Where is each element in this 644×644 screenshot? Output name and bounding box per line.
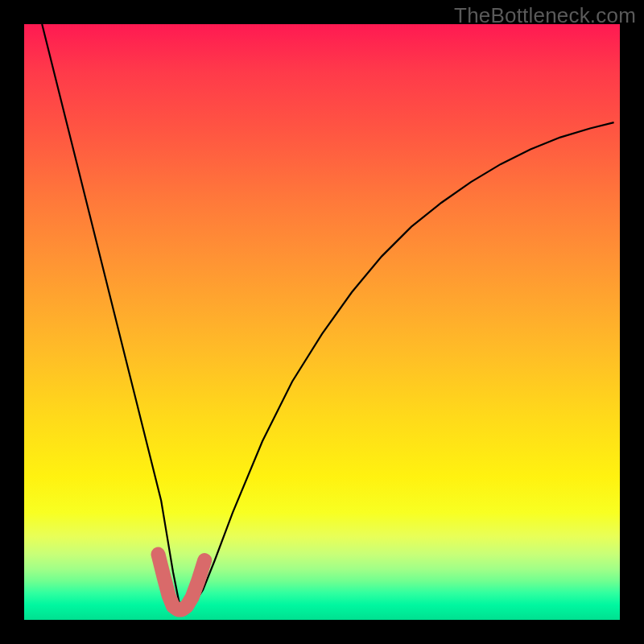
optimal-highlight-path (159, 555, 205, 610)
plot-area (24, 24, 620, 620)
bottleneck-curve-path (42, 24, 613, 611)
curve-layer (24, 24, 620, 620)
chart-frame: TheBottleneck.com (0, 0, 644, 644)
